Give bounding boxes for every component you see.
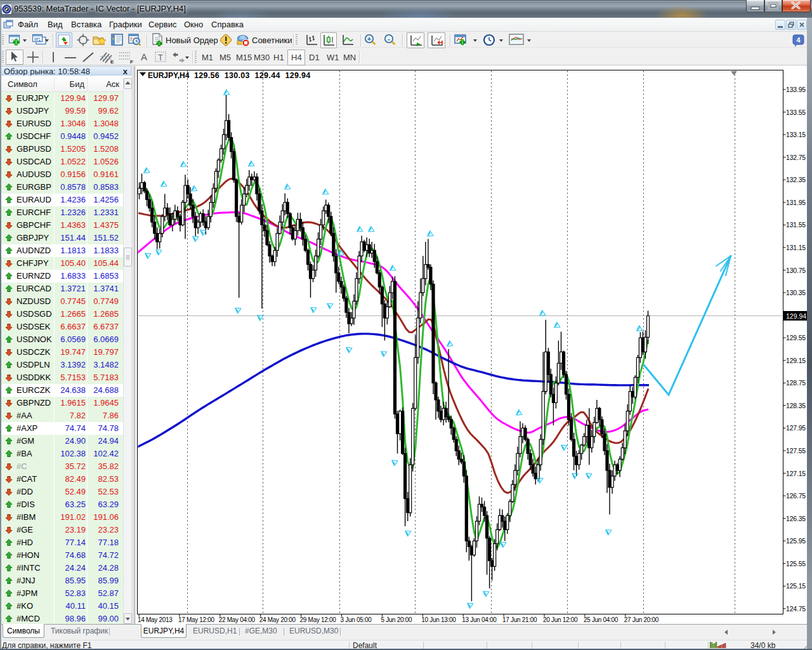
svg-text:13 Jun 04:00: 13 Jun 04:00 — [462, 616, 497, 623]
svg-text:131.55: 131.55 — [786, 221, 806, 229]
svg-text:3 Jun 05:00: 3 Jun 05:00 — [341, 616, 372, 623]
svg-text:133.55: 133.55 — [786, 109, 806, 116]
svg-text:10 Jun 13:00: 10 Jun 13:00 — [421, 616, 456, 623]
svg-text:132.35: 132.35 — [786, 176, 806, 183]
svg-text:25 Jun 04:00: 25 Jun 04:00 — [584, 616, 619, 623]
svg-text:29 May 12:00: 29 May 12:00 — [300, 616, 337, 623]
svg-text:T: T — [158, 53, 163, 62]
svg-text:A: A — [141, 51, 147, 62]
svg-text:24 May 20:00: 24 May 20:00 — [259, 616, 296, 623]
svg-text:129.55: 129.55 — [786, 334, 806, 342]
svg-text:17 Jun 21:00: 17 Jun 21:00 — [502, 616, 537, 623]
svg-text:125.95: 125.95 — [786, 537, 806, 545]
svg-text:EURJPY,H4: EURJPY,H4 — [148, 71, 190, 80]
svg-text:17 May 12:00: 17 May 12:00 — [178, 616, 215, 623]
svg-text:131.95: 131.95 — [786, 199, 806, 206]
svg-text:125.15: 125.15 — [786, 582, 806, 590]
svg-text:127.15: 127.15 — [786, 470, 806, 477]
svg-text:+: + — [367, 36, 371, 43]
svg-text:127.55: 127.55 — [786, 447, 806, 454]
svg-text:130.35: 130.35 — [786, 289, 806, 296]
svg-text:27 Jun 20:00: 27 Jun 20:00 — [624, 616, 659, 623]
svg-text:133.95: 133.95 — [786, 86, 806, 93]
svg-text:22 May 04:00: 22 May 04:00 — [219, 616, 256, 623]
svg-text:131.15: 131.15 — [786, 244, 806, 251]
svg-text:F: F — [130, 59, 133, 64]
svg-text:128.75: 128.75 — [786, 379, 806, 387]
svg-text:129.56 130.03 129.44 129.94: 129.56 130.03 129.44 129.94 — [194, 71, 310, 80]
svg-text:129.15: 129.15 — [786, 357, 806, 364]
svg-text:E: E — [110, 59, 114, 64]
svg-text:5 Jun 20:00: 5 Jun 20:00 — [381, 616, 412, 623]
svg-text:129.94: 129.94 — [786, 312, 806, 320]
svg-text:127.95: 127.95 — [786, 424, 806, 432]
svg-text:20 Jun 12:00: 20 Jun 12:00 — [543, 616, 578, 623]
svg-text:125.55: 125.55 — [786, 560, 806, 567]
svg-text:133.15: 133.15 — [786, 131, 806, 138]
svg-text:4: 4 — [796, 36, 801, 44]
svg-text:128.35: 128.35 — [786, 402, 806, 409]
svg-text:132.75: 132.75 — [786, 154, 806, 161]
svg-text:126.75: 126.75 — [786, 492, 806, 500]
svg-text:124.75: 124.75 — [786, 605, 806, 613]
svg-text:126.35: 126.35 — [786, 515, 806, 522]
svg-text:14 May 2013: 14 May 2013 — [138, 616, 173, 623]
svg-text:130.75: 130.75 — [786, 267, 806, 274]
svg-text:-: - — [388, 36, 390, 43]
